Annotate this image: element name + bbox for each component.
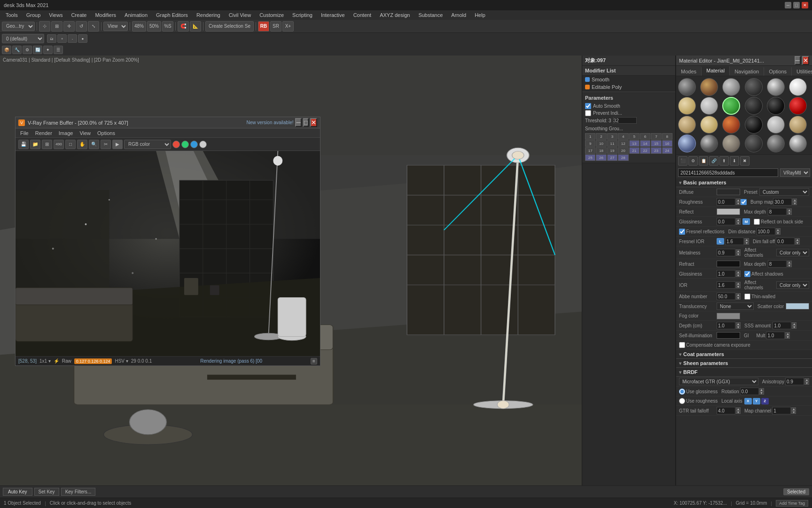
- bump-down[interactable]: ▼: [792, 202, 797, 205]
- vray-menu-view[interactable]: View: [77, 129, 94, 137]
- refract-max-depth-input[interactable]: [768, 260, 787, 268]
- sphere-18[interactable]: [789, 116, 807, 134]
- y-axis-btn[interactable]: Y: [753, 398, 760, 405]
- vray-blue-channel[interactable]: [190, 141, 198, 148]
- dim-distance-input[interactable]: [757, 228, 775, 235]
- view-dropdown[interactable]: View: [103, 22, 128, 31]
- bump-up[interactable]: ▲: [792, 198, 797, 202]
- use-roughness-radio[interactable]: [679, 398, 685, 404]
- fresnel-ior-L-btn[interactable]: L: [717, 238, 724, 245]
- auto-key-button[interactable]: Auto Key: [3, 488, 32, 496]
- sphere-14[interactable]: [700, 116, 718, 134]
- ior-input[interactable]: [717, 281, 735, 289]
- vray-green-channel[interactable]: [181, 141, 189, 148]
- mat-tool-1[interactable]: ⬛: [678, 156, 687, 166]
- rotate-btn[interactable]: ↺: [76, 21, 87, 32]
- vray-menu-options[interactable]: Options: [94, 129, 118, 137]
- mat-tool-7[interactable]: ✖: [740, 156, 750, 166]
- vray-render-btn[interactable]: ▶: [112, 140, 123, 149]
- map-channel-input[interactable]: [772, 407, 791, 414]
- main-3d-viewport[interactable]: Camera031 | Standard | [Default Shading]…: [0, 56, 673, 485]
- fog-color-swatch[interactable]: [717, 313, 740, 319]
- coat-params-header[interactable]: Coat parameters: [676, 350, 812, 359]
- set-key-button[interactable]: Set Key: [34, 488, 59, 496]
- material-name-input[interactable]: [678, 168, 778, 177]
- sg-20[interactable]: 20: [618, 147, 628, 154]
- gtr-up[interactable]: ▲: [736, 407, 741, 411]
- depth-input[interactable]: [717, 322, 735, 329]
- map-ch-down[interactable]: ▼: [791, 411, 796, 414]
- vray-folder-btn[interactable]: 📁: [30, 140, 40, 149]
- sg-3[interactable]: 3: [607, 133, 617, 140]
- angle-snap-btn[interactable]: 📐: [190, 21, 201, 32]
- menu-arnold[interactable]: Arnold: [447, 11, 470, 19]
- layer-btn1[interactable]: 🗂: [47, 34, 56, 43]
- depth-up[interactable]: ▲: [736, 322, 741, 325]
- vray-alpha-channel[interactable]: [199, 141, 207, 148]
- select-object-btn[interactable]: ⊹: [39, 21, 50, 32]
- tool3-5[interactable]: ✦: [43, 46, 53, 54]
- threshold-input[interactable]: [613, 117, 637, 124]
- layer-btn2[interactable]: +: [57, 34, 67, 43]
- layer-btn3[interactable]: -: [68, 34, 77, 43]
- max-depth-up[interactable]: ▲: [787, 208, 792, 212]
- tab-navigation[interactable]: Navigation: [730, 67, 764, 76]
- fresnel-ior-up[interactable]: ▲: [744, 238, 749, 241]
- sphere-12[interactable]: [789, 97, 807, 115]
- sphere-10[interactable]: [745, 97, 763, 115]
- rotation-down[interactable]: ▼: [759, 391, 764, 395]
- mult-input[interactable]: [766, 332, 785, 339]
- thin-walled-checkbox[interactable]: [744, 294, 750, 300]
- sphere-8[interactable]: [700, 97, 718, 115]
- menu-scripting[interactable]: Scripting: [289, 11, 316, 19]
- vray-maximize-button[interactable]: □: [303, 118, 309, 127]
- mat-tool-2[interactable]: ⚙: [688, 156, 698, 166]
- refract-swatch[interactable]: [717, 261, 740, 267]
- abbe-input[interactable]: [717, 293, 735, 300]
- mat-tool-6[interactable]: ⬇: [730, 156, 739, 166]
- sg-18[interactable]: 18: [596, 147, 606, 154]
- fresnel-ior-down[interactable]: ▼: [744, 241, 749, 245]
- roughness-up[interactable]: ▲: [736, 198, 741, 202]
- ior-down[interactable]: ▼: [736, 285, 741, 288]
- tool3-2[interactable]: 🔧: [12, 46, 22, 54]
- aniso-down[interactable]: ▼: [804, 381, 809, 385]
- menu-views[interactable]: Views: [45, 11, 66, 19]
- fresnel-checkbox[interactable]: [679, 229, 685, 235]
- sg-11[interactable]: 11: [607, 140, 617, 147]
- vray-render-canvas[interactable]: [16, 151, 320, 356]
- mult-up[interactable]: ▲: [785, 332, 790, 335]
- reflect-back-checkbox[interactable]: [754, 219, 760, 225]
- metalness-input[interactable]: [717, 249, 735, 256]
- add-time-tag-button[interactable]: Add Time Tag: [776, 500, 808, 507]
- menu-customize[interactable]: Customize: [256, 11, 288, 19]
- menu-group[interactable]: Group: [23, 11, 45, 19]
- sphere-7[interactable]: [678, 97, 696, 115]
- menu-help[interactable]: Help: [471, 11, 489, 19]
- mat-minimize-btn[interactable]: ─: [795, 56, 801, 65]
- mult-down[interactable]: ▼: [785, 335, 790, 339]
- sphere-6[interactable]: [789, 78, 807, 96]
- sphere-5[interactable]: [767, 78, 785, 96]
- sphere-15[interactable]: [722, 116, 740, 134]
- menu-create[interactable]: Create: [67, 11, 90, 19]
- vray-zoom-btn[interactable]: 490: [54, 140, 64, 149]
- tab-modes[interactable]: Modes: [676, 67, 702, 76]
- sg-5[interactable]: 5: [629, 133, 640, 140]
- refract-depth-down[interactable]: ▼: [787, 264, 792, 267]
- rotation-input[interactable]: [740, 388, 759, 395]
- sphere-17[interactable]: [767, 116, 785, 134]
- create-selection-btn[interactable]: Create Selection Se: [205, 21, 254, 32]
- sg-15[interactable]: 15: [651, 140, 661, 147]
- modifier-item-smooth[interactable]: Smooth: [582, 76, 675, 83]
- vray-expand-btn[interactable]: ≡: [311, 358, 317, 365]
- sg-10[interactable]: 10: [596, 140, 606, 147]
- x-axis-btn[interactable]: X: [744, 398, 752, 405]
- map-ch-up[interactable]: ▲: [791, 407, 796, 411]
- extra-btn[interactable]: X+: [282, 21, 294, 32]
- mat-tool-3[interactable]: 📋: [699, 156, 708, 166]
- sphere-4[interactable]: [745, 78, 763, 96]
- auto-smooth-checkbox[interactable]: [585, 103, 591, 109]
- tool3-4[interactable]: 🔄: [33, 46, 42, 54]
- brdf-header[interactable]: BRDF: [676, 368, 812, 377]
